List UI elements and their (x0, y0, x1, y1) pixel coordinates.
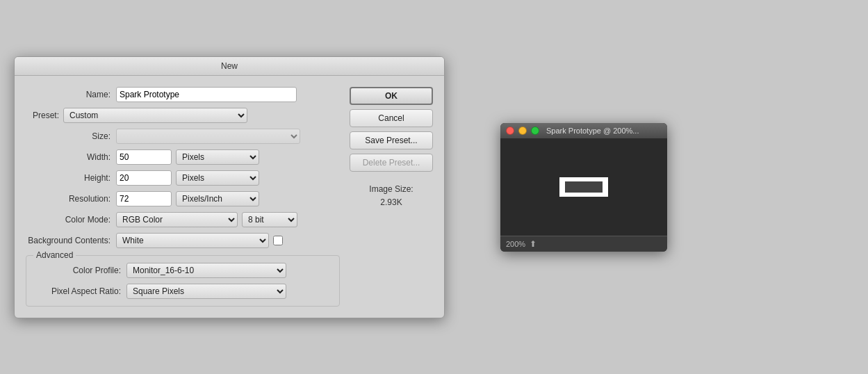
bg-contents-row: Background Contents: White (26, 233, 340, 248)
share-icon[interactable]: ⬆ (530, 239, 537, 249)
save-preset-button[interactable]: Save Preset... (350, 131, 433, 149)
preset-row: Preset: Custom (26, 108, 340, 123)
resolution-row: Resolution: Pixels/Inch (26, 191, 340, 206)
image-size-label: Image Size: (350, 183, 433, 196)
ok-button[interactable]: OK (350, 87, 433, 105)
width-unit-select[interactable]: Pixels (176, 149, 259, 165)
preview-canvas (559, 177, 608, 197)
image-size-block: Image Size: 2.93K (350, 183, 433, 209)
resolution-unit-select[interactable]: Pixels/Inch (176, 191, 259, 206)
maximize-button-icon[interactable] (531, 127, 539, 135)
preview-canvas-area (500, 138, 667, 236)
preview-window: Spark Prototype @ 200%... 200% ⬆ (500, 123, 667, 252)
pixel-aspect-select[interactable]: Square Pixels (126, 284, 286, 299)
color-mode-row: Color Mode: RGB Color 8 bit (26, 212, 340, 227)
pixel-aspect-label: Pixel Aspect Ratio: (36, 286, 126, 296)
color-mode-select[interactable]: RGB Color (116, 212, 238, 227)
delete-preset-button[interactable]: Delete Preset... (350, 154, 433, 172)
width-label: Width: (26, 152, 116, 162)
resolution-label: Resolution: (26, 194, 116, 204)
preset-label: Preset: (33, 111, 59, 120)
width-input[interactable] (116, 149, 172, 165)
preview-title-bar: Spark Prototype @ 200%... (500, 123, 667, 138)
new-document-dialog: New Name: Preset: Custom Size: (14, 56, 445, 318)
height-row: Height: Pixels (26, 170, 340, 186)
name-label: Name: (26, 90, 116, 99)
bit-depth-select[interactable]: 8 bit (242, 212, 297, 227)
height-input[interactable] (116, 170, 172, 186)
bg-contents-checkbox[interactable] (273, 236, 283, 245)
preview-title: Spark Prototype @ 200%... (546, 127, 639, 135)
advanced-group: Advanced Color Profile: Monitor_16-6-10 … (26, 255, 340, 307)
height-unit-select[interactable]: Pixels (176, 170, 259, 186)
name-input[interactable] (116, 87, 297, 102)
dialog-title: New (221, 61, 238, 71)
height-label: Height: (26, 173, 116, 183)
image-size-value: 2.93K (350, 196, 433, 209)
minimize-button-icon[interactable] (518, 127, 527, 135)
close-button-icon[interactable] (506, 127, 514, 135)
pixel-aspect-row: Pixel Aspect Ratio: Square Pixels (36, 284, 329, 299)
preset-select[interactable]: Custom (63, 108, 247, 123)
size-row: Size: (26, 129, 340, 144)
size-select[interactable] (116, 129, 300, 144)
size-label: Size: (26, 131, 116, 141)
cancel-button[interactable]: Cancel (350, 109, 433, 127)
dialog-title-bar: New (15, 57, 444, 76)
name-row: Name: (26, 87, 340, 102)
color-profile-select[interactable]: Monitor_16-6-10 (126, 263, 286, 278)
advanced-label: Advanced (33, 250, 76, 260)
bg-contents-label: Background Contents: (26, 236, 116, 245)
preview-footer: 200% ⬆ (500, 236, 667, 252)
resolution-input[interactable] (116, 191, 172, 206)
color-mode-label: Color Mode: (26, 215, 116, 225)
color-profile-label: Color Profile: (36, 266, 126, 275)
preview-zoom-level: 200% (506, 240, 525, 248)
width-row: Width: Pixels (26, 149, 340, 165)
color-profile-row: Color Profile: Monitor_16-6-10 (36, 263, 329, 278)
bg-contents-select[interactable]: White (116, 233, 269, 248)
preview-content (565, 181, 603, 193)
